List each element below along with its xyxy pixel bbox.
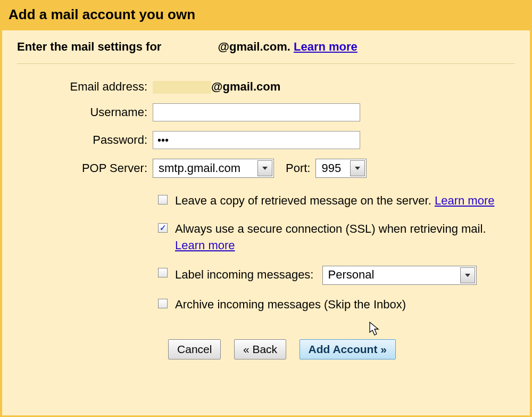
label-incoming-checkbox[interactable] xyxy=(158,268,168,277)
options-group: Leave a copy of retrieved message on the… xyxy=(49,193,515,313)
leave-copy-checkbox[interactable] xyxy=(158,195,168,205)
cancel-button[interactable]: Cancel xyxy=(168,339,221,359)
form: Email address: @gmail.com Username: Pass… xyxy=(17,80,515,359)
label-select[interactable]: Personal xyxy=(322,266,477,285)
learn-more-link[interactable]: Learn more xyxy=(294,40,358,53)
redacted-email-local-form xyxy=(153,81,211,94)
chevron-down-icon[interactable] xyxy=(460,267,475,283)
port-value: 995 xyxy=(316,161,346,175)
ssl-row: Always use a secure connection (SSL) whe… xyxy=(49,221,515,254)
email-domain: @gmail.com xyxy=(211,80,280,93)
leave-copy-row: Leave a copy of retrieved message on the… xyxy=(49,193,515,209)
dialog-title: Add a mail account you own xyxy=(9,6,523,23)
subtitle-prefix: Enter the mail settings for xyxy=(17,40,165,53)
learn-more-link[interactable]: Learn more xyxy=(175,239,235,252)
title-bar: Add a mail account you own xyxy=(2,2,530,30)
archive-checkbox[interactable] xyxy=(158,299,168,308)
chevron-down-icon[interactable] xyxy=(257,160,272,176)
redacted-email-local xyxy=(165,42,218,53)
server-row: POP Server: smtp.gmail.com Port: 995 xyxy=(49,159,515,178)
add-mail-account-dialog: Add a mail account you own Enter the mai… xyxy=(0,0,532,417)
label-incoming-row: Label incoming messages: Personal xyxy=(49,266,515,285)
port-label: Port: xyxy=(286,161,310,175)
dialog-content: Enter the mail settings for @gmail.com. … xyxy=(2,30,530,415)
button-row: Cancel « Back Add Account » xyxy=(49,339,515,359)
label-incoming-label: Label incoming messages: Personal xyxy=(175,266,477,285)
password-label: Password: xyxy=(49,133,153,147)
archive-label: Archive incoming messages (Skip the Inbo… xyxy=(175,297,406,313)
username-label: Username: xyxy=(49,105,153,119)
learn-more-link[interactable]: Learn more xyxy=(435,194,495,207)
password-row: Password: xyxy=(49,131,515,149)
add-account-button[interactable]: Add Account » xyxy=(300,339,396,359)
archive-row: Archive incoming messages (Skip the Inbo… xyxy=(49,297,515,313)
password-input[interactable] xyxy=(153,131,360,149)
subtitle: Enter the mail settings for @gmail.com. … xyxy=(17,40,515,64)
ssl-label: Always use a secure connection (SSL) whe… xyxy=(175,221,486,254)
leave-copy-label: Leave a copy of retrieved message on the… xyxy=(175,193,494,209)
username-input[interactable] xyxy=(153,103,360,121)
email-label: Email address: xyxy=(49,80,153,94)
pop-server-value: smtp.gmail.com xyxy=(153,161,246,175)
email-row: Email address: @gmail.com xyxy=(49,80,515,94)
pop-server-label: POP Server: xyxy=(49,161,153,175)
email-value: @gmail.com xyxy=(153,80,280,94)
chevron-down-icon[interactable] xyxy=(350,160,365,176)
username-row: Username: xyxy=(49,103,515,121)
label-select-value: Personal xyxy=(323,267,380,283)
ssl-checkbox[interactable] xyxy=(158,223,168,233)
port-select[interactable]: 995 xyxy=(315,159,367,178)
subtitle-email-domain: @gmail.com. xyxy=(218,40,290,53)
back-button[interactable]: « Back xyxy=(234,339,286,359)
pop-server-select[interactable]: smtp.gmail.com xyxy=(153,159,274,178)
